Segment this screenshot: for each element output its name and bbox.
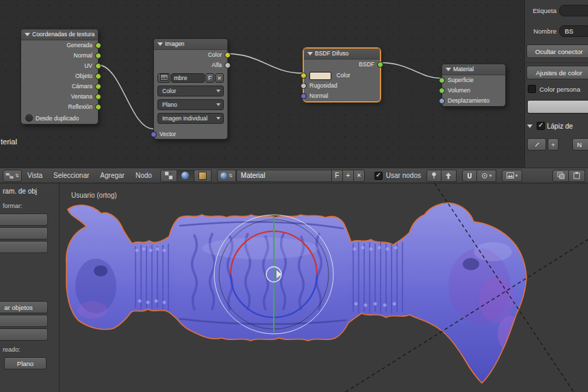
edit-button-2[interactable] (0, 328, 48, 341)
material-name-field[interactable]: Material (236, 170, 332, 182)
editor-type-button[interactable]: ⇅ (3, 170, 22, 182)
chevron-down-icon: ▾ (515, 173, 518, 179)
socket-row-generada: Generada (21, 40, 98, 51)
grease-pencil-panel-header[interactable]: Lápiz de (527, 122, 573, 130)
menu-nodo[interactable]: Nodo (130, 168, 157, 183)
socket-row-uv: UV (21, 61, 98, 71)
label-input[interactable] (559, 5, 588, 16)
new-material-button[interactable]: + (343, 170, 354, 182)
menu-agregar[interactable]: Agregar (94, 168, 130, 183)
output-socket-ventana[interactable] (95, 94, 101, 100)
material-sphere-icon (181, 172, 189, 179)
image-name-field[interactable]: mbre (171, 73, 205, 83)
input-socket-roughness[interactable] (301, 83, 307, 89)
tool-shelf: ram. de obj formar: ar objetos reado: Pl… (0, 183, 60, 392)
socket-label: Vector (159, 131, 176, 138)
snap-target-icon[interactable]: ▾ (477, 170, 496, 182)
viewport-3d[interactable]: ram. de obj formar: ar objetos reado: Pl… (0, 183, 588, 392)
go-to-parent-icon[interactable] (442, 170, 457, 182)
output-socket-normal[interactable] (95, 53, 101, 59)
snap-magnet-icon[interactable] (462, 170, 477, 182)
node-image-texture[interactable]: Imagen Color Alfa mbre F ✕ Color Plano I… (153, 38, 228, 140)
color-space-select[interactable]: Color (157, 86, 224, 96)
projection-select[interactable]: Plano (157, 99, 224, 110)
background-image-icon[interactable]: ▾ (502, 170, 522, 182)
node-diffuse-bsdf[interactable]: BSDF Difuso BSDF Color Rugosidad Normal (303, 48, 381, 102)
input-socket-normal[interactable] (301, 93, 307, 99)
from-duplicate-toggle[interactable]: Desde duplicado (21, 112, 98, 124)
browse-image-icon[interactable] (157, 73, 170, 83)
fake-user-button[interactable]: F (332, 170, 343, 182)
cube-icon (199, 172, 207, 180)
node-header-material-output[interactable]: Material (442, 64, 505, 75)
stepper-arrows-icon: ⇅ (229, 173, 233, 179)
node-texture-coordinates[interactable]: Coordenadas de textura Generada Normal U… (21, 29, 99, 125)
node-header-diffuse-bsdf[interactable]: BSDF Difuso (304, 49, 380, 60)
unlink-material-button[interactable]: ✕ (354, 170, 365, 182)
output-socket-alfa[interactable] (225, 62, 231, 68)
socket-label: Generada (66, 42, 92, 49)
output-socket-reflexion[interactable] (95, 104, 101, 110)
header-color-swatch[interactable] (527, 100, 588, 114)
texture-nodes-toggle[interactable] (160, 170, 177, 182)
socket-row-bsdf-out: BSDF (304, 60, 380, 70)
output-socket-color[interactable] (225, 52, 231, 58)
socket-row-color-in: Color (304, 70, 380, 81)
output-socket-bsdf[interactable] (377, 62, 383, 68)
add-layer-button[interactable]: + (548, 138, 559, 151)
socket-label: Rugosidad (309, 82, 337, 89)
copy-nodes-icon[interactable] (552, 170, 569, 182)
compositing-nodes-toggle[interactable] (194, 170, 212, 182)
output-socket-generada[interactable] (95, 42, 101, 49)
duplicate-objects-button[interactable]: ar objetos (0, 301, 48, 313)
transform-section-label: formar: (3, 202, 23, 209)
input-socket-displacement[interactable] (439, 98, 445, 104)
use-nodes-checkbox[interactable] (374, 172, 383, 180)
node-header-texture-coordinates[interactable]: Coordenadas de textura (21, 29, 98, 40)
plano-operator-button[interactable]: Plano (4, 357, 47, 369)
color-swatch[interactable] (309, 72, 331, 80)
output-socket-objeto[interactable] (95, 73, 101, 79)
menu-vista[interactable]: Vista (22, 168, 48, 183)
shader-nodes-toggle[interactable] (177, 170, 194, 182)
transform-button-1[interactable] (0, 213, 48, 226)
input-socket-surface[interactable] (439, 77, 445, 83)
menu-seleccionar[interactable]: Seleccionar (48, 168, 94, 183)
pencil-icon[interactable] (527, 138, 546, 151)
paste-nodes-icon[interactable] (569, 170, 585, 182)
socket-label: BSDF (359, 61, 374, 68)
transform-button-2[interactable] (0, 227, 48, 239)
fake-user-button[interactable]: F (205, 73, 214, 83)
input-socket-color[interactable] (301, 73, 307, 79)
image-source-select[interactable]: Imagen individual (157, 113, 224, 124)
output-socket-camara[interactable] (95, 83, 101, 90)
color-settings-button[interactable]: Ajustes de color (526, 66, 588, 79)
socket-row-normal: Normal (304, 91, 380, 101)
socket-label: Volumen (448, 87, 470, 94)
hide-connectors-button[interactable]: Ocultar conector (526, 44, 588, 58)
edit-button-1[interactable] (0, 315, 48, 327)
name-input[interactable]: BS (559, 25, 588, 37)
node-material-output[interactable]: Material Superficie Volumen Desplazamien… (442, 64, 506, 107)
name-field-caption: Nombre (525, 25, 557, 38)
input-socket-vector[interactable] (151, 131, 157, 138)
input-socket-volume[interactable] (439, 88, 445, 94)
viewport-scene (0, 183, 588, 392)
output-socket-uv[interactable] (95, 63, 101, 69)
grease-pencil-checkbox[interactable] (537, 122, 545, 130)
custom-color-checkbox[interactable] (528, 85, 536, 93)
pin-icon[interactable] (426, 170, 442, 182)
socket-label: Ventana (71, 93, 92, 100)
redo-section-label: reado: (3, 346, 21, 353)
new-button-partial[interactable]: N (572, 138, 588, 151)
unlink-image-button[interactable]: ✕ (215, 73, 224, 83)
node-editor-canvas[interactable]: terial Coordenadas de textura Generada N… (0, 0, 526, 168)
mesh-object-column[interactable] (66, 203, 526, 383)
socket-row-alfa-out: Alfa (154, 60, 227, 70)
partial-node-label: terial (1, 138, 17, 146)
socket-label: Alfa (212, 62, 222, 68)
transform-button-3[interactable] (0, 241, 48, 253)
tool-shelf-tab[interactable]: ram. de obj (3, 187, 37, 195)
browse-material-button[interactable]: ⇅ (217, 170, 236, 182)
node-header-image[interactable]: Imagen (154, 39, 227, 50)
